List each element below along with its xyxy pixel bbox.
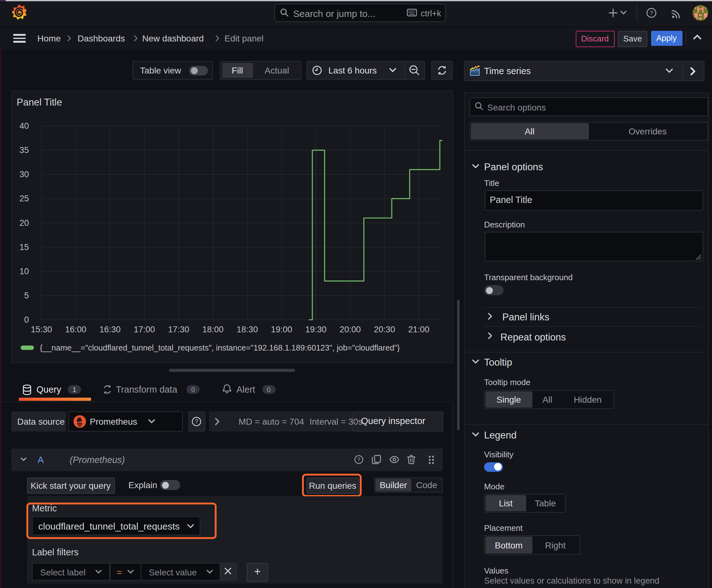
svg-text:16:00: 16:00 [65,325,86,334]
svg-text:17:00: 17:00 [134,325,155,334]
svg-text:25: 25 [19,194,29,203]
svg-text:?: ? [358,457,360,462]
svg-text:21:00: 21:00 [408,325,429,334]
svg-text:20: 20 [19,218,29,228]
svg-text:18:00: 18:00 [202,325,224,334]
svg-text:19:30: 19:30 [305,325,326,334]
svg-text:35: 35 [19,145,29,155]
svg-text:15: 15 [19,243,29,252]
svg-text:10: 10 [19,267,29,276]
svg-text:15:30: 15:30 [31,325,52,334]
svg-text:20:30: 20:30 [374,325,395,334]
svg-text:5: 5 [24,291,29,300]
svg-text:?: ? [195,418,198,424]
svg-text:0: 0 [24,315,29,324]
svg-text:20:00: 20:00 [340,325,361,334]
svg-text:17:30: 17:30 [168,325,189,334]
svg-text:18:30: 18:30 [237,325,258,334]
svg-text:40: 40 [19,121,29,131]
svg-text:?: ? [650,10,653,16]
svg-text:30: 30 [19,170,29,179]
svg-text:16:30: 16:30 [100,325,121,334]
svg-text:19:00: 19:00 [271,325,292,334]
